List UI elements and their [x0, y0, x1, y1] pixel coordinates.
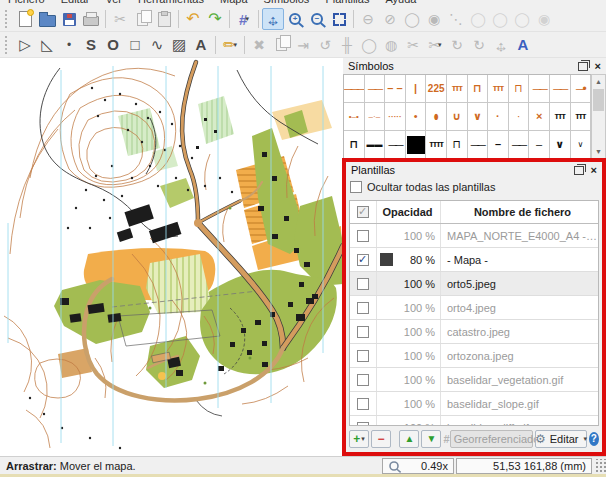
template-row[interactable]: 100 %baselidar_slope.gif	[350, 392, 598, 416]
float-panel-icon[interactable]	[574, 166, 584, 175]
template-visibility-checkbox[interactable]	[357, 230, 369, 242]
menu-item-ver[interactable]: Ver	[105, 0, 122, 6]
rotate-tool-button[interactable]: ↻	[446, 34, 468, 56]
scroll-thumb[interactable]	[593, 89, 604, 111]
cut-hole-button[interactable]: ✂▾	[424, 34, 446, 56]
map-canvas[interactable]	[0, 58, 343, 456]
template-row[interactable]: 100 %baselidar_vegetation.gif	[350, 368, 598, 392]
symbol-cell[interactable]: ──	[550, 75, 571, 102]
symbol-cell[interactable]: ───	[344, 75, 365, 102]
template-visibility-checkbox[interactable]	[357, 422, 369, 427]
remove-template-button[interactable]: −	[371, 430, 391, 448]
undo-button[interactable]: ↶	[182, 8, 204, 30]
template-visibility-checkbox[interactable]	[357, 302, 369, 314]
edit-lines-tool-button[interactable]: ◺	[36, 34, 58, 56]
close-panel-icon[interactable]: ×	[591, 165, 597, 176]
dropdown-caret-icon[interactable]: ▾	[245, 15, 249, 23]
baseline-view-button[interactable]: ⊘	[379, 8, 401, 30]
symbol-cell[interactable]: – –	[385, 75, 406, 102]
georeferenced-button[interactable]: #Georreferenciado	[450, 430, 533, 448]
scroll-down-icon[interactable]: ▼	[592, 145, 605, 158]
symbol-cell[interactable]: ──	[468, 131, 489, 158]
symbol-cell[interactable]: ⊓	[509, 75, 530, 102]
toolbar-grip[interactable]	[5, 36, 11, 54]
save-file-button[interactable]	[58, 8, 80, 30]
draw-text-tool-button[interactable]: A	[190, 34, 212, 56]
compass-button[interactable]: A	[512, 34, 534, 56]
resize-grip[interactable]	[594, 459, 606, 473]
template-visibility-checkbox[interactable]	[357, 278, 369, 290]
zoom-in-button[interactable]: +	[284, 8, 306, 30]
menu-item-símbolos[interactable]: Símbolos	[264, 0, 310, 6]
print-button[interactable]	[80, 8, 102, 30]
cut-object-button[interactable]: ✂	[402, 34, 424, 56]
rotate-object-button[interactable]: ↺	[314, 34, 336, 56]
symbol-cell[interactable]: |	[406, 75, 427, 102]
float-panel-icon[interactable]	[578, 62, 588, 71]
draw-circle-tool-button[interactable]: O	[102, 34, 124, 56]
symbol-cell[interactable]	[406, 131, 427, 158]
symbol-cell[interactable]: •	[406, 103, 427, 130]
template-row[interactable]: 100 %MAPA_NORTE_E4000_A4 - GPS-2015-05-2…	[350, 224, 598, 248]
rotate-pattern-button[interactable]: ↻	[468, 34, 490, 56]
template-row[interactable]: 80 %- Mapa -	[350, 248, 598, 272]
move-tool-button[interactable]	[490, 34, 512, 56]
menu-item-editar[interactable]: Editar	[61, 0, 90, 6]
menu-item-herramientas[interactable]: Herramientas	[138, 0, 204, 6]
symbol-cell[interactable]: ·	[488, 103, 509, 130]
symbol-cell[interactable]: ·	[509, 103, 530, 130]
symbol-cell[interactable]: тттт	[426, 131, 447, 158]
symbol-cell[interactable]: ттт	[550, 103, 571, 130]
symbol-cell[interactable]: ─•	[571, 75, 591, 102]
symbol-cell[interactable]: ∨	[550, 131, 571, 158]
symbol-cell[interactable]: ттт	[447, 75, 468, 102]
symbol-cell[interactable]: –	[488, 131, 509, 158]
menu-item-fichero[interactable]: Fichero	[8, 0, 45, 6]
fill-border-tool-button[interactable]: ▨	[168, 34, 190, 56]
overprint-view-button[interactable]: ◯	[401, 8, 423, 30]
hide-all-templates-checkbox[interactable]	[350, 181, 362, 193]
template-row[interactable]: 100 %catastro.jpeg	[350, 320, 598, 344]
symbol-cell[interactable]: –·–	[365, 103, 386, 130]
new-file-button[interactable]	[14, 8, 36, 30]
paste-button[interactable]	[153, 8, 175, 30]
symbol-cell[interactable]: ──	[509, 131, 530, 158]
symbol-cell[interactable]: ▬▬	[365, 131, 386, 158]
symbol-cell[interactable]: ∪	[447, 103, 468, 130]
template-visibility-checkbox[interactable]	[357, 326, 369, 338]
template-visibility-button-2[interactable]: ◯	[489, 8, 511, 30]
symbol-cell[interactable]: ●	[426, 103, 447, 130]
symbol-cell[interactable]: ттт	[571, 103, 591, 130]
zoom-out-button[interactable]: −	[306, 8, 328, 30]
symbol-cell[interactable]: ∨	[468, 103, 489, 130]
symbol-cell[interactable]: ⊓	[447, 131, 468, 158]
cut-button[interactable]: ✂	[109, 8, 131, 30]
scroll-up-icon[interactable]: ▲	[592, 75, 605, 88]
opaque-areas-button[interactable]: ◉	[423, 8, 445, 30]
edit-objects-tool-button[interactable]: ▷	[14, 34, 36, 56]
symbol-cell[interactable]: ──	[529, 75, 550, 102]
merge-areas-button[interactable]: ◍	[380, 34, 402, 56]
copy-button[interactable]	[131, 8, 153, 30]
symbol-cell[interactable]: ⊓	[344, 131, 365, 158]
delete-object-button[interactable]: ✖	[248, 34, 270, 56]
template-row[interactable]: 100 %baselidar_cliff.gif	[350, 416, 598, 426]
template-row[interactable]: 100 %orto5.jpeg	[350, 272, 598, 296]
switch-symbol-button[interactable]: ⇥	[292, 34, 314, 56]
template-visibility-checkbox[interactable]	[357, 398, 369, 410]
grid-button[interactable]: #▾	[233, 8, 255, 30]
template-color-swatch[interactable]	[380, 253, 393, 266]
template-visibility-checkbox[interactable]	[357, 254, 369, 266]
dropdown-caret-icon[interactable]: ▾	[234, 41, 238, 49]
symbol-cell[interactable]: ──	[385, 131, 406, 158]
draw-freehand-tool-button[interactable]: ∿	[146, 34, 168, 56]
template-visibility-checkbox[interactable]	[357, 350, 369, 362]
symbol-cell[interactable]: •–•	[344, 103, 365, 130]
move-template-up-button[interactable]: ▲	[399, 430, 419, 448]
symbol-cell[interactable]: ·····	[385, 103, 406, 130]
menu-item-mapa[interactable]: Mapa	[220, 0, 248, 6]
symbol-cell[interactable]: 225	[426, 75, 447, 102]
move-template-down-button[interactable]: ▼	[421, 430, 441, 448]
template-visibility-button-4[interactable]: ◉	[533, 8, 555, 30]
add-template-button[interactable]: +▾	[349, 430, 369, 448]
